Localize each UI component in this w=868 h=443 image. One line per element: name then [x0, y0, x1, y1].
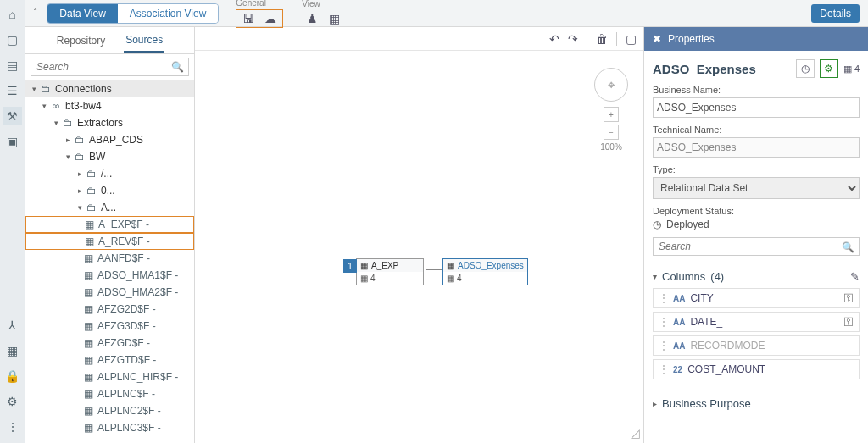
tab-sources[interactable]: Sources [124, 29, 164, 53]
collapse-caret[interactable]: ˆ [34, 8, 36, 18]
home-icon[interactable]: ⌂ [3, 5, 22, 24]
user-view-icon[interactable]: ♟ [302, 10, 322, 27]
key-icon: ⚿ [843, 292, 854, 304]
type-select[interactable]: Relational Data Set [653, 177, 860, 199]
delete-icon[interactable]: 🗑 [596, 32, 608, 46]
technical-name-input [653, 137, 860, 158]
card-icon[interactable]: ▣ [3, 132, 22, 151]
business-purpose-label: Business Purpose [662, 397, 751, 410]
zoom-controls: ✥ + − 100% [594, 68, 628, 152]
node-extractors[interactable]: ▾🗀Extractors [25, 114, 194, 131]
node-bt3-bw4[interactable]: ▾∞bt3-bw4 [25, 97, 194, 114]
chevron-right-icon[interactable]: ▸ [653, 399, 657, 408]
sidebar-search-input[interactable] [31, 58, 189, 76]
column-row[interactable]: ⋮AACITY⚿ [653, 288, 860, 308]
deployment-status-label: Deployment Status: [653, 206, 860, 216]
fullscreen-icon[interactable]: ▢ [626, 32, 637, 46]
flow-icon[interactable]: ⚒ [3, 107, 22, 125]
association-view-pill[interactable]: Association View [118, 4, 219, 23]
node-abap-cds[interactable]: ▸🗀ABAP_CDS [25, 131, 194, 148]
columns-section-count: (4) [710, 270, 724, 283]
dots-icon[interactable]: ⋮ [3, 418, 22, 436]
type-text-icon: AA [673, 341, 685, 351]
table-icon: ▦ [447, 261, 454, 270]
leaf-afzgd[interactable]: ▦AFZGD$F - [25, 335, 194, 352]
deploy-icon[interactable]: ☁ [260, 10, 281, 27]
drag-icon[interactable]: ⋮ [659, 292, 669, 304]
column-row[interactable]: ⋮AADATE_⚿ [653, 312, 860, 332]
leaf-adso-hma2[interactable]: ▦ADSO_HMA2$F - [25, 284, 194, 301]
details-button[interactable]: Details [811, 4, 860, 23]
undo-icon[interactable]: ↶ [549, 32, 559, 46]
node-a-exp[interactable]: 1 ▦A_EXP ▦4 [356, 258, 424, 285]
node-slash[interactable]: ▸🗀/... [25, 165, 194, 182]
leaf-afzg2d[interactable]: ▦AFZG2D$F - [25, 301, 194, 318]
leaf-afzgtd[interactable]: ▦AFZGTD$F - [25, 352, 194, 368]
save-icon[interactable]: 🖫 [238, 10, 259, 27]
chevron-down-icon[interactable]: ▾ [653, 272, 657, 281]
columns-icon: ▦ [447, 274, 454, 283]
zoom-out-button[interactable]: − [604, 125, 619, 140]
type-label: Type: [653, 164, 860, 174]
table-view-icon[interactable]: ▦ [324, 10, 344, 27]
leaf-aanfd[interactable]: ▦AANFD$F - [25, 250, 194, 267]
pan-wheel-icon[interactable]: ✥ [594, 68, 628, 102]
clock-icon[interactable]: ◷ [796, 59, 815, 78]
column-row[interactable]: ⋮AARECORDMODE [653, 335, 860, 356]
leaf-afzg3d[interactable]: ▦AFZG3D$F - [25, 318, 194, 335]
tools-icon: ✖ [653, 33, 661, 45]
lock-icon[interactable]: 🔒 [3, 367, 22, 385]
leaf-a-exp[interactable]: ▦A_EXP$F - [25, 216, 194, 233]
tree-label: AANFD$F - [97, 252, 150, 264]
leaf-a-rev[interactable]: ▦A_REV$F - [25, 233, 194, 250]
flow-canvas[interactable]: ✥ + − 100% 1 ▦A_EXP ▦4 ▦ADSO_Expenses ▦4… [195, 51, 643, 443]
tree-label: ALPLNC_HIR$F - [97, 371, 178, 383]
node-connections[interactable]: ▾🗀Connections [25, 80, 194, 97]
technical-name-label: Technical Name: [653, 125, 860, 135]
drag-icon[interactable]: ⋮ [659, 316, 669, 328]
edge[interactable] [426, 269, 442, 271]
share-icon[interactable]: ⅄ [3, 316, 22, 335]
drag-icon[interactable]: ⋮ [659, 340, 669, 352]
business-name-input[interactable] [653, 97, 860, 118]
tree-label: AFZG2D$F - [97, 303, 156, 315]
column-row[interactable]: ⋮22COST_AMOUNT [653, 359, 860, 379]
node-bw[interactable]: ▾🗀BW [25, 148, 194, 165]
database-icon[interactable]: ☰ [3, 81, 22, 100]
leaf-alplnc-hir[interactable]: ▦ALPLNC_HIR$F - [25, 368, 194, 385]
column-name: CITY [690, 292, 843, 304]
leaf-alplnc2[interactable]: ▦ALPLNC2$F - [25, 402, 194, 419]
tree-label: Extractors [77, 117, 123, 129]
tree-label: A... [101, 202, 116, 213]
leaf-alplnc3[interactable]: ▦ALPLNC3$F - [25, 419, 194, 436]
search-icon[interactable]: 🔍 [842, 241, 854, 253]
toolbar-separator [587, 32, 587, 46]
zoom-in-button[interactable]: + [604, 107, 619, 122]
tab-repository[interactable]: Repository [55, 30, 107, 52]
edit-icon[interactable]: ✎ [850, 270, 860, 283]
tree-label: /... [101, 168, 112, 180]
properties-search-input[interactable] [653, 237, 860, 256]
deploy-badge-icon[interactable]: ⚙ [820, 59, 838, 78]
columns-section-label: Columns [662, 270, 705, 283]
tree-label: A_EXP$F - [98, 219, 149, 230]
tree-label: ALPLNC3$F - [97, 422, 161, 434]
settings-icon[interactable]: ⚙ [3, 392, 22, 411]
grid-icon[interactable]: ▦ [3, 341, 22, 360]
resize-handle-icon[interactable]: ◿ [631, 426, 640, 440]
data-icon[interactable]: ▤ [3, 56, 22, 75]
toolbar-separator [616, 32, 617, 46]
general-section-label: General [236, 0, 283, 8]
node-zero[interactable]: ▸🗀0... [25, 182, 194, 199]
node-adso-expenses[interactable]: ▦ADSO_Expenses ▦4 [442, 258, 528, 285]
drag-icon[interactable]: ⋮ [659, 363, 669, 375]
leaf-adso-hma1[interactable]: ▦ADSO_HMA1$F - [25, 267, 194, 284]
tree-label: Connections [55, 83, 112, 95]
search-icon[interactable]: 🔍 [171, 61, 184, 73]
node-a-folder[interactable]: ▾🗀A... [25, 199, 194, 216]
square-icon[interactable]: ▢ [3, 30, 22, 49]
properties-header: Properties [668, 33, 715, 45]
leaf-alplnc[interactable]: ▦ALPLNC$F - [25, 385, 194, 402]
redo-icon[interactable]: ↷ [568, 32, 578, 46]
data-view-pill[interactable]: Data View [47, 4, 117, 23]
